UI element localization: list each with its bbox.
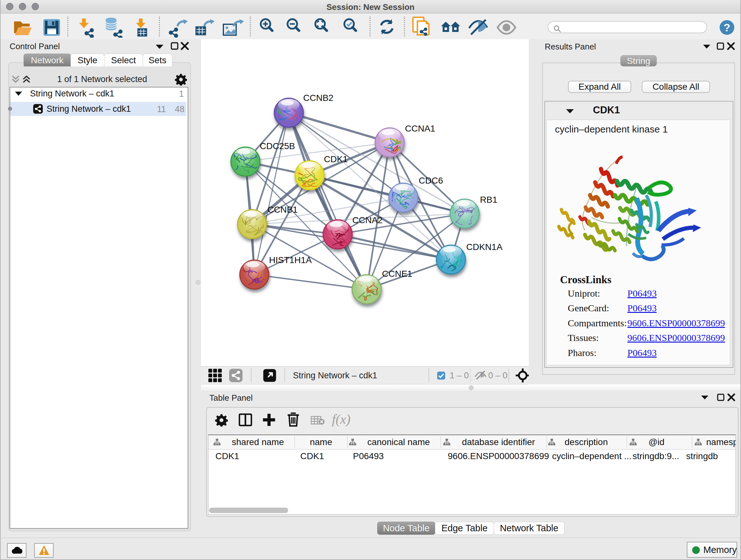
- svg-text:CCNA1: CCNA1: [405, 124, 435, 133]
- svg-text:RB1: RB1: [480, 195, 497, 205]
- svg-text:HIST1H1A: HIST1H1A: [269, 255, 312, 265]
- svg-text:CDC25B: CDC25B: [260, 141, 295, 151]
- svg-text:CCNA2: CCNA2: [352, 215, 383, 225]
- svg-text:CCNB1: CCNB1: [267, 205, 298, 214]
- svg-text:?: ?: [724, 21, 731, 34]
- svg-text:CDC6: CDC6: [419, 176, 443, 186]
- svg-text:CCNE1: CCNE1: [382, 269, 412, 279]
- svg-text:CCNB2: CCNB2: [303, 93, 333, 103]
- svg-text:CDKN1A: CDKN1A: [466, 242, 502, 252]
- svg-text:CDK1: CDK1: [324, 154, 348, 164]
